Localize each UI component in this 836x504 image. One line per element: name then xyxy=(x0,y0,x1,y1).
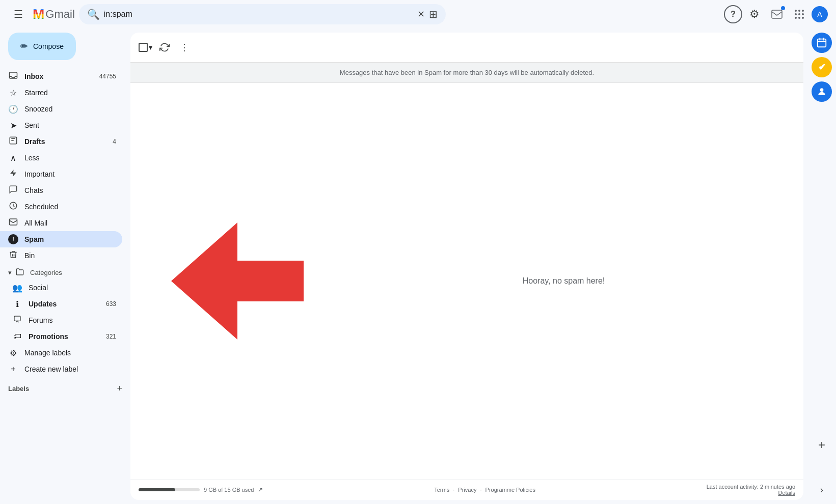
updates-icon: ℹ xyxy=(12,299,22,309)
snoozed-label: Snoozed xyxy=(24,105,116,113)
new-mail-icon[interactable] xyxy=(767,4,787,24)
inbox-count: 44755 xyxy=(99,73,116,80)
refresh-button[interactable] xyxy=(156,39,173,55)
sidebar-item-starred[interactable]: ☆ Starred xyxy=(0,85,122,101)
empty-message: Hooray, no spam here! xyxy=(523,276,605,286)
right-panel: ✔ + › xyxy=(807,29,836,504)
right-panel-calendar-icon[interactable] xyxy=(812,33,832,53)
updates-label: Updates xyxy=(29,300,100,308)
sidebar-item-forums[interactable]: Forums xyxy=(0,312,122,328)
main-content: ▾ ⋮ Messages that have been in Spam for … xyxy=(130,33,803,500)
svg-rect-14 xyxy=(10,219,17,225)
sidebar-item-social[interactable]: 👥 Social xyxy=(0,279,122,296)
right-panel-tasks-icon[interactable]: ✔ xyxy=(812,57,832,77)
sidebar: ✏ Compose Inbox 44755 ☆ Starred 🕐 Snooze… xyxy=(0,29,130,504)
storage-text: 9 GB of 15 GB used xyxy=(204,487,254,493)
hamburger-menu[interactable]: ☰ xyxy=(8,4,29,24)
add-label-icon[interactable]: + xyxy=(117,383,122,394)
sidebar-item-create-label[interactable]: + Create new label xyxy=(0,361,122,377)
allmail-icon xyxy=(8,217,18,229)
star-icon: ☆ xyxy=(8,88,18,98)
clock-icon: 🕐 xyxy=(8,104,18,114)
social-label: Social xyxy=(29,284,116,292)
chevron-up-icon: ∧ xyxy=(8,153,18,163)
svg-rect-17 xyxy=(818,39,826,47)
sidebar-item-allmail[interactable]: All Mail xyxy=(0,215,122,231)
sidebar-item-important[interactable]: Important xyxy=(0,166,122,182)
sidebar-item-chats[interactable]: Chats xyxy=(0,182,122,199)
right-panel-add-button[interactable]: + xyxy=(812,435,832,455)
apps-button[interactable] xyxy=(789,4,810,24)
compose-label: Compose xyxy=(33,42,64,50)
sidebar-item-snoozed[interactable]: 🕐 Snoozed xyxy=(0,101,122,117)
svg-point-3 xyxy=(802,10,804,12)
send-icon: ➤ xyxy=(8,121,18,130)
storage-progress-bar xyxy=(139,488,200,491)
promotions-icon: 🏷 xyxy=(12,332,22,341)
search-input[interactable] xyxy=(104,10,413,19)
promotions-label: Promotions xyxy=(29,332,100,341)
content-area: ✏ Compose Inbox 44755 ☆ Starred 🕐 Snooze… xyxy=(0,29,836,504)
filter-options-icon[interactable]: ⊞ xyxy=(429,8,438,20)
important-icon xyxy=(8,169,18,179)
starred-label: Starred xyxy=(24,89,116,97)
select-dropdown-chevron[interactable]: ▾ xyxy=(149,43,152,51)
svg-point-1 xyxy=(795,10,797,12)
categories-expand-icon[interactable]: ▾ xyxy=(8,269,12,276)
manage-labels-icon: ⚙ xyxy=(8,348,18,358)
svg-point-4 xyxy=(795,13,797,15)
activity-text: Last account activity: 2 minutes ago xyxy=(707,484,795,490)
spam-icon: ! xyxy=(8,234,18,244)
compose-button[interactable]: ✏ Compose xyxy=(8,33,76,60)
scheduled-label: Scheduled xyxy=(24,203,116,211)
right-panel-contacts-icon[interactable] xyxy=(812,81,832,102)
settings-button[interactable]: ⚙ xyxy=(744,4,765,24)
create-label-label: Create new label xyxy=(24,365,116,373)
terms-link[interactable]: Terms xyxy=(434,487,449,493)
empty-state: Hooray, no spam here! xyxy=(130,83,803,479)
search-bar: 🔍 ✕ ⊞ xyxy=(79,4,446,24)
help-button[interactable]: ? xyxy=(724,5,742,23)
privacy-link[interactable]: Privacy xyxy=(458,487,476,493)
details-link[interactable]: Details xyxy=(778,490,795,496)
pencil-icon: ✏ xyxy=(20,41,28,52)
manage-labels-label: Manage labels xyxy=(24,349,116,357)
drafts-count: 4 xyxy=(113,138,116,145)
svg-point-5 xyxy=(798,13,800,15)
sidebar-item-manage-labels[interactable]: ⚙ Manage labels xyxy=(0,345,122,361)
more-options-button[interactable]: ⋮ xyxy=(177,39,192,56)
sidebar-item-scheduled[interactable]: Scheduled xyxy=(0,199,122,215)
chat-icon xyxy=(8,185,18,196)
allmail-label: All Mail xyxy=(24,219,116,227)
sent-label: Sent xyxy=(24,121,116,129)
select-all-checkbox[interactable] xyxy=(139,43,148,52)
labels-header: Labels + xyxy=(0,379,130,396)
right-panel-expand-icon[interactable]: › xyxy=(812,480,832,500)
sidebar-item-promotions[interactable]: 🏷 Promotions 321 xyxy=(0,328,122,345)
sidebar-item-sent[interactable]: ➤ Sent xyxy=(0,117,122,133)
sidebar-item-inbox[interactable]: Inbox 44755 xyxy=(0,68,122,85)
categories-folder-icon xyxy=(16,268,24,277)
svg-rect-0 xyxy=(772,10,782,18)
banner-text: Messages that have been in Spam for more… xyxy=(340,69,594,76)
clear-search-icon[interactable]: ✕ xyxy=(417,9,425,20)
logo-m-icon: M xyxy=(33,6,44,22)
search-icon: 🔍 xyxy=(87,8,100,20)
bin-label: Bin xyxy=(24,251,116,260)
programme-policies-link[interactable]: Programme Policies xyxy=(486,487,535,493)
forums-label: Forums xyxy=(29,316,116,324)
inbox-icon xyxy=(8,71,18,82)
svg-point-6 xyxy=(802,13,804,15)
svg-rect-15 xyxy=(14,316,20,321)
sidebar-item-drafts[interactable]: Drafts 4 xyxy=(0,133,122,150)
sidebar-item-less[interactable]: ∧ Less xyxy=(0,150,122,166)
sidebar-item-updates[interactable]: ℹ Updates 633 xyxy=(0,296,122,312)
user-avatar[interactable]: A xyxy=(812,6,828,22)
gmail-logo[interactable]: M Gmail xyxy=(33,6,75,22)
sidebar-item-spam[interactable]: ! Spam xyxy=(0,231,122,247)
less-label: Less xyxy=(24,154,116,162)
storage-external-link[interactable]: ↗ xyxy=(258,486,263,493)
sidebar-item-bin[interactable]: Bin xyxy=(0,247,122,264)
inbox-label: Inbox xyxy=(24,72,93,80)
red-arrow xyxy=(171,222,304,340)
